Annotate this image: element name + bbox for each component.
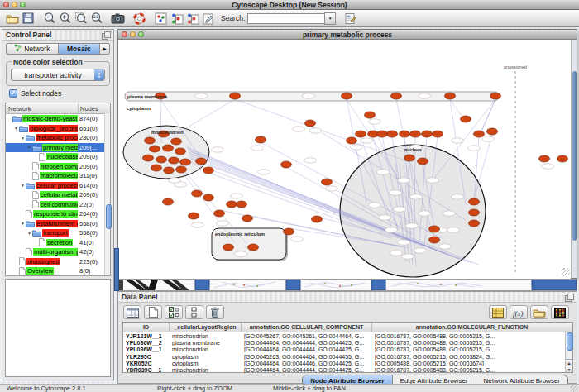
table-cell[interactable]: [GO:0005488, GO:0005215, GO:0003674] xyxy=(372,361,572,366)
tree-row[interactable]: ▼biological_process651(0) xyxy=(6,124,110,134)
export-image-icon[interactable] xyxy=(110,11,126,26)
import-attributes-icon[interactable] xyxy=(530,305,548,319)
network-node[interactable] xyxy=(145,137,156,144)
tree-expander-icon[interactable]: ▼ xyxy=(13,126,19,131)
table-cell[interactable]: mitochondrion xyxy=(170,333,242,339)
network-node[interactable] xyxy=(342,93,352,99)
table-cell[interactable]: YPL036W__1 xyxy=(123,347,170,352)
select-nodes-checkbox[interactable]: ✓ xyxy=(9,89,17,98)
tree-row[interactable]: ▼cellular process614(0) xyxy=(6,181,110,191)
tree-row[interactable]: response to stimulu264(0) xyxy=(6,209,110,219)
main-titlebar[interactable]: Cytoscape Desktop (New Session) xyxy=(0,0,579,10)
help-icon[interactable] xyxy=(132,11,147,26)
network-node[interactable] xyxy=(242,215,253,222)
tree-row[interactable]: ▼primary metabo209(... xyxy=(6,143,110,153)
table-cell[interactable]: [GO:0044464, GO:0044446, GO:0044425, G..… xyxy=(242,361,372,366)
network-node[interactable] xyxy=(487,128,498,135)
network-node[interactable] xyxy=(227,201,237,208)
tree-column-nodes[interactable]: Nodes xyxy=(79,105,110,112)
tree-row[interactable]: ▼metabolic process280(0) xyxy=(6,133,110,143)
background-window-sliver[interactable] xyxy=(195,280,209,290)
table-cell[interactable]: [GO:0016787, GO:0005488, GO:0005215, G..… xyxy=(372,347,572,352)
network-node[interactable] xyxy=(214,210,225,217)
tree-expander-icon[interactable]: ▼ xyxy=(20,221,26,226)
table-cell[interactable]: mitochondrion xyxy=(170,347,242,352)
table-cell[interactable]: [GO:0044464, GO:0044444, GO:0044425, G..… xyxy=(242,367,372,373)
create-attribute-icon[interactable] xyxy=(144,305,162,319)
network-node[interactable] xyxy=(192,190,203,197)
unselect-attributes-icon[interactable] xyxy=(185,305,203,319)
select-attributes-icon[interactable] xyxy=(165,305,183,319)
network-node[interactable] xyxy=(203,194,214,201)
network-node[interactable] xyxy=(305,120,316,127)
network-node[interactable] xyxy=(410,131,421,137)
table-cell[interactable]: [GO:0016787, GO:0005488, GO:0005215, G..… xyxy=(372,340,572,346)
table-row[interactable]: YDR039C__1mitochondrion[GO:0044464, GO:0… xyxy=(123,366,572,373)
tree-row[interactable]: cellular metabol209(0) xyxy=(6,190,110,200)
table-column-header[interactable]: _cellularLayoutRegion xyxy=(170,323,242,332)
network-node[interactable] xyxy=(169,157,179,164)
search-input[interactable] xyxy=(247,13,324,24)
open-network-icon[interactable] xyxy=(4,11,20,26)
network-node[interactable] xyxy=(490,93,501,99)
table-cell[interactable]: [GO:0045267, GO:0045261, GO:0044464, G..… xyxy=(242,333,372,339)
background-windows-strip[interactable] xyxy=(117,279,577,291)
table-cell[interactable]: YDR039C__1 xyxy=(123,367,170,373)
tree-row[interactable]: nucleobase-209(0) xyxy=(6,152,110,162)
attribute-table-icon[interactable] xyxy=(489,305,507,319)
zoom-fit-content-icon[interactable]: 1:1 xyxy=(89,11,104,26)
network-node[interactable] xyxy=(391,93,402,99)
table-cell[interactable]: [GO:0044464, GO:0044444, GO:0044425, G..… xyxy=(242,347,372,352)
tree-row[interactable]: Overview8(0) xyxy=(6,266,110,275)
float-panel-icon[interactable] xyxy=(565,294,573,301)
network-node[interactable] xyxy=(164,167,175,174)
table-column-header[interactable]: ID xyxy=(123,323,170,332)
table-cell[interactable]: [GO:0045263, GO:0044464, GO:0044455, G..… xyxy=(242,354,372,360)
network-node[interactable] xyxy=(175,148,186,155)
network-node[interactable] xyxy=(400,131,410,137)
network-node[interactable] xyxy=(180,159,191,165)
network-resize-grip[interactable] xyxy=(562,268,570,276)
table-cell[interactable]: [GO:0016787, GO:0005215, GO:0003824, G..… xyxy=(372,354,572,360)
tree-expander-icon[interactable]: ▼ xyxy=(26,231,32,236)
zoom-out-icon[interactable] xyxy=(41,11,57,26)
network-node[interactable] xyxy=(469,220,480,227)
network-node[interactable] xyxy=(433,131,443,137)
table-row[interactable]: YKR052Ccytoplasm[GO:0044464, GO:0044446,… xyxy=(123,360,572,366)
network-node[interactable] xyxy=(230,93,241,99)
vizmapper-icon[interactable] xyxy=(169,11,184,26)
table-cell[interactable]: YPL036W__2 xyxy=(123,340,170,346)
tree-scrollbar[interactable] xyxy=(104,113,110,275)
node-color-dropdown[interactable]: transporter activity ▲▼ xyxy=(11,69,105,81)
network-node[interactable] xyxy=(223,244,234,251)
background-window-sliver[interactable] xyxy=(532,280,577,290)
table-column-header[interactable]: annotation.GO MOLECULAR_FUNCTION xyxy=(372,323,572,332)
network-node[interactable] xyxy=(445,93,456,99)
table-scrollbar-thumb[interactable] xyxy=(567,332,573,351)
table-cell[interactable]: [GO:0044464, GO:0044444, GO:0044425, G..… xyxy=(242,340,372,346)
network-node[interactable] xyxy=(404,155,415,161)
tree-column-network[interactable]: Network xyxy=(6,103,79,113)
table-cell[interactable]: [GO:0016787, GO:0005488, GO:0005215, G..… xyxy=(372,367,572,373)
table-scrollbar[interactable]: ▲ ▼ xyxy=(565,332,572,372)
tree-row[interactable]: macromolecule311(0) xyxy=(6,171,110,181)
network-node[interactable] xyxy=(281,161,292,168)
network-node[interactable] xyxy=(469,198,480,205)
tree-row[interactable]: ▼establishment of lo558(0) xyxy=(6,219,110,229)
table-cell[interactable]: YKR052C xyxy=(123,361,170,366)
table-cell[interactable]: plasma membrane xyxy=(170,340,242,346)
tree-row[interactable]: mosaic-demo-yeast874(0) xyxy=(6,114,110,124)
table-column-header[interactable]: annotation.GO CELLULAR_COMPONENT xyxy=(242,323,372,332)
edit-network-icon[interactable] xyxy=(200,11,216,26)
network-scrollbar-thumb[interactable] xyxy=(572,71,577,241)
network-node[interactable] xyxy=(176,166,187,173)
network-node[interactable] xyxy=(196,158,207,165)
table-cell[interactable]: cytoplasm xyxy=(170,361,242,366)
network-node[interactable] xyxy=(322,179,333,185)
network-node[interactable] xyxy=(248,244,259,251)
network-node[interactable] xyxy=(312,216,323,222)
attribute-editor-icon[interactable] xyxy=(342,11,357,26)
network-node[interactable] xyxy=(189,213,199,219)
search-dropdown-arrow[interactable]: ▼ xyxy=(324,12,336,25)
network-node[interactable] xyxy=(163,198,174,205)
